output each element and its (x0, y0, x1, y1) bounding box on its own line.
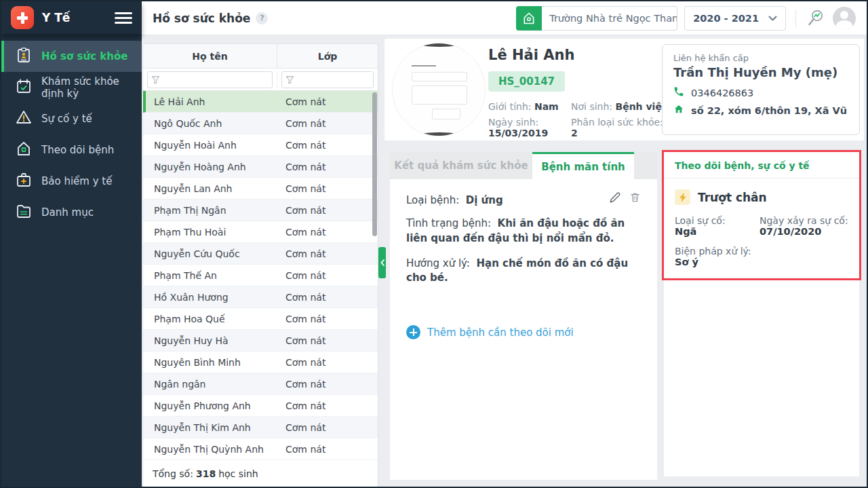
clipboard-person-icon (16, 47, 32, 66)
hamburger-menu-icon[interactable] (115, 10, 132, 26)
add-disease-label: Thêm bệnh cần theo dõi mới (427, 326, 574, 339)
student-name-cell: Hồ Xuân Hương (146, 286, 277, 307)
sidebar: Y Tế Hồ sơ sức khỏe Khám sức khỏe định k… (1, 1, 142, 487)
student-name-cell: Nguyễn Hoàng Anh (146, 156, 277, 177)
sidebar-item-disease-monitoring[interactable]: Theo dõi bệnh (1, 134, 142, 166)
student-class-cell: Cơm nát (277, 286, 378, 307)
student-photo (392, 43, 486, 136)
help-icon[interactable]: ? (256, 12, 268, 24)
lightning-icon (675, 189, 690, 205)
sidebar-item-label: Khám sức khỏe định kỳ (41, 75, 142, 100)
table-row[interactable]: Ngô Quốc Anh Cơm nát (143, 113, 378, 134)
student-class-cell: Cơm nát (277, 438, 378, 459)
health-trend-search-icon[interactable] (806, 8, 826, 29)
student-name-cell: Nguyễn Thị Kim Anh (146, 417, 277, 438)
student-name-cell: Phạm Thu Hoài (146, 221, 277, 242)
student-name-cell: Nguyễn Huy Hà (146, 330, 277, 351)
incident-date-label: Ngày xảy ra sự cố: (760, 215, 848, 226)
contact-title: Liên hệ khẩn cấp (673, 53, 848, 63)
medical-cross-logo (11, 6, 34, 29)
user-avatar[interactable] (833, 7, 856, 30)
sidebar-item-label: Sự cố y tế (41, 113, 92, 125)
table-row[interactable]: Phạm Thị Ngân Cơm nát (143, 200, 378, 221)
column-header-class[interactable]: Lớp (277, 44, 378, 68)
student-class-cell: Cơm nát (277, 113, 378, 134)
student-name-cell: Phạm Thị Ngân (146, 200, 277, 221)
delete-disease-button[interactable] (629, 191, 641, 206)
table-row[interactable]: Phạm Thu Hoài Cơm nát (143, 221, 378, 243)
dob-value: 15/03/2019 (488, 128, 548, 138)
tab-health-exam-results[interactable]: Kết quả khám sức khỏe (390, 152, 532, 179)
class-filter-input[interactable] (281, 71, 374, 88)
sidebar-item-periodic-checkup[interactable]: Khám sức khỏe định kỳ (1, 72, 142, 103)
student-class-cell: Cơm nát (277, 417, 378, 438)
disease-treatment-label: Hướng xử lý: (406, 257, 470, 269)
sidebar-item-categories[interactable]: Danh mục (1, 197, 142, 228)
incident-panel-title: Theo dõi bệnh, sự cố y tế (664, 152, 859, 179)
table-row[interactable]: Nguyễn Thị Quỳnh Anh Cơm nát (143, 438, 378, 460)
total-label: Tổng số: (153, 468, 193, 479)
table-row[interactable]: Nguyễn Phương Anh Cơm nát (143, 395, 378, 417)
table-row[interactable]: Nguyễn Hoài Anh Cơm nát (143, 134, 378, 156)
warning-triangle-icon (16, 109, 32, 128)
student-name-cell: Nguyễn Thị Quỳnh Anh (146, 438, 277, 459)
sidebar-item-medical-incidents[interactable]: Sự cố y tế (1, 103, 142, 134)
total-unit: học sinh (218, 468, 258, 479)
home-health-icon (16, 140, 32, 159)
add-disease-link[interactable]: Thêm bệnh cần theo dõi mới (406, 325, 641, 339)
school-name-field[interactable]: Trường Nhà trẻ Ngọc Thanh B (542, 6, 677, 31)
tab-chronic-disease[interactable]: Bệnh mãn tính (532, 152, 634, 179)
incident-date-value: 07/10/2020 (760, 226, 821, 237)
health-tabs-panel: Kết quả khám sức khỏe Bệnh mãn tính Loại… (390, 152, 657, 480)
collapse-panel-handle[interactable] (378, 247, 386, 278)
sidebar-item-health-insurance[interactable]: Bảo hiểm y tế (1, 166, 142, 197)
student-class-cell: Cơm nát (277, 91, 378, 112)
health-class-label: Phân loại sức khỏe: (571, 117, 663, 128)
table-row[interactable]: Nguyễn Hoàng Anh Cơm nát (143, 156, 378, 178)
table-row[interactable]: Phạm Thế An Cơm nát (143, 265, 378, 286)
table-row[interactable]: Nguyễn Lan Anh Cơm nát (143, 178, 378, 200)
student-name: Lê Hải Anh (488, 47, 690, 63)
edit-disease-button[interactable] (609, 191, 621, 206)
sidebar-menu: Hồ sơ sức khỏe Khám sức khỏe định kỳ Sự … (1, 41, 142, 228)
student-class-cell: Cơm nát (277, 178, 378, 199)
table-body: Lê Hải Anh Cơm nát Ngô Quốc Anh Cơm nát … (143, 91, 378, 460)
school-year-value: 2020 - 2021 (693, 13, 759, 24)
health-class-value: 2 (571, 128, 578, 138)
table-row[interactable]: Hồ Xuân Hương Cơm nát (143, 286, 378, 308)
table-filter-row (143, 69, 378, 91)
student-class-cell: Cơm nát (277, 243, 378, 264)
student-code-badge: HS_00147 (488, 71, 565, 92)
student-name-cell: Lê Hải Anh (146, 91, 277, 112)
disease-type-label: Loại bệnh: (406, 194, 459, 206)
student-class-cell: Cơm nát (277, 395, 378, 416)
table-row[interactable]: Ngân ngân Cơm nát (143, 373, 378, 395)
app-title: Y Tế (42, 11, 106, 24)
contact-phone[interactable]: 0346426863 (691, 88, 753, 98)
school-year-select[interactable]: 2020 - 2021 (684, 6, 786, 31)
top-header: Hồ sơ sức khỏe ? Trường Nhà trẻ Ngọc Tha… (142, 1, 867, 35)
table-row[interactable]: Nguyễn Huy Hà Cơm nát (143, 330, 378, 352)
medical-bag-plus-icon (16, 172, 32, 191)
table-row[interactable]: Nguyễn Cứu Quốc Cơm nát (143, 243, 378, 265)
student-name-cell: Ngân ngân (146, 373, 277, 394)
tab-strip: Kết quả khám sức khỏe Bệnh mãn tính (390, 152, 657, 179)
plus-circle-icon (406, 325, 420, 339)
sidebar-item-label: Theo dõi bệnh (41, 144, 114, 156)
table-row[interactable]: Nguyễn Thị Kim Anh Cơm nát (143, 417, 378, 438)
student-name-cell: Phạm Hoa Quế (146, 308, 277, 329)
chronic-disease-content: Loại bệnh: Dị ứng Tình trạng bệnh: Khi ă… (390, 179, 657, 339)
table-row[interactable]: Nguyên Bình Minh Cơm nát (143, 352, 378, 373)
total-count: 318 (196, 468, 216, 479)
table-row[interactable]: Phạm Hoa Quế Cơm nát (143, 308, 378, 330)
disease-type-value: Dị ứng (466, 194, 503, 206)
emergency-contact-card: Liên hệ khẩn cấp Trần Thị Huyền My (mẹ) … (662, 44, 860, 135)
table-row[interactable]: Lê Hải Anh Cơm nát (143, 91, 378, 113)
birthplace-label: Nơi sinh: (571, 101, 612, 112)
name-filter-input[interactable] (147, 71, 273, 88)
column-header-name[interactable]: Họ tên (143, 44, 277, 68)
contact-address: số 22, xóm 6/thôn 19, Xã Vũ Ninh, H... (691, 105, 848, 116)
school-home-icon[interactable] (516, 6, 542, 31)
table-scrollbar[interactable] (372, 92, 377, 236)
sidebar-item-health-records[interactable]: Hồ sơ sức khỏe (1, 41, 142, 72)
